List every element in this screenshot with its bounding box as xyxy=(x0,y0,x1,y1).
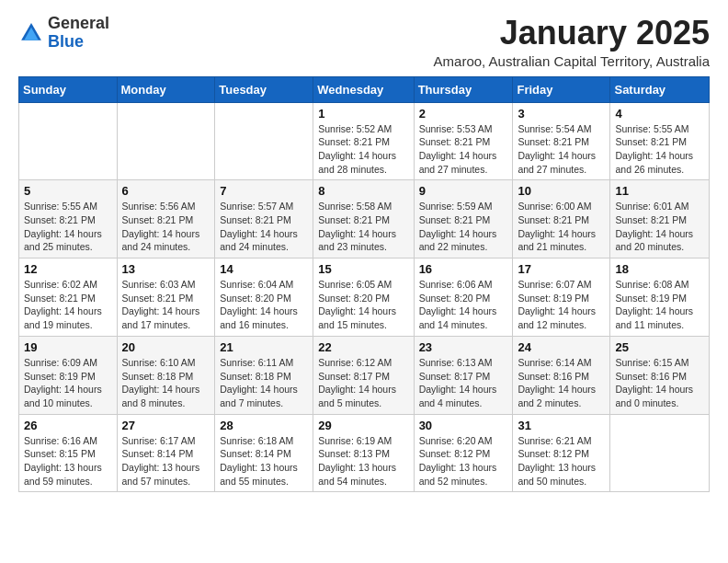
calendar-cell: 29Sunrise: 6:19 AM Sunset: 8:13 PM Dayli… xyxy=(313,414,414,492)
day-number: 29 xyxy=(318,419,408,432)
day-info: Sunrise: 5:55 AM Sunset: 8:21 PM Dayligh… xyxy=(615,122,704,177)
calendar-cell: 17Sunrise: 6:07 AM Sunset: 8:19 PM Dayli… xyxy=(513,259,610,337)
page: General Blue January 2025 Amaroo, Austra… xyxy=(0,0,728,501)
day-number: 27 xyxy=(122,419,210,432)
day-number: 3 xyxy=(518,107,605,121)
calendar-cell: 3Sunrise: 5:54 AM Sunset: 8:21 PM Daylig… xyxy=(513,102,610,180)
logo-icon xyxy=(18,20,44,46)
calendar-cell: 16Sunrise: 6:06 AM Sunset: 8:20 PM Dayli… xyxy=(414,259,513,337)
day-number: 14 xyxy=(220,262,308,276)
week-row-1: 1Sunrise: 5:52 AM Sunset: 8:21 PM Daylig… xyxy=(19,102,710,180)
title-block: January 2025 Amaroo, Australian Capital … xyxy=(434,15,710,69)
calendar-cell: 24Sunrise: 6:14 AM Sunset: 8:16 PM Dayli… xyxy=(513,336,610,414)
day-info: Sunrise: 6:07 AM Sunset: 8:19 PM Dayligh… xyxy=(518,278,605,332)
weekday-sunday: Sunday xyxy=(19,76,118,102)
calendar-cell: 15Sunrise: 6:05 AM Sunset: 8:20 PM Dayli… xyxy=(313,259,414,337)
day-info: Sunrise: 6:00 AM Sunset: 8:21 PM Dayligh… xyxy=(518,200,605,254)
calendar-cell: 21Sunrise: 6:11 AM Sunset: 8:18 PM Dayli… xyxy=(215,336,313,414)
day-info: Sunrise: 6:19 AM Sunset: 8:13 PM Dayligh… xyxy=(318,434,408,488)
week-row-5: 26Sunrise: 6:16 AM Sunset: 8:15 PM Dayli… xyxy=(19,414,710,492)
day-number: 4 xyxy=(615,107,704,121)
calendar-cell: 2Sunrise: 5:53 AM Sunset: 8:21 PM Daylig… xyxy=(414,102,513,180)
calendar-cell: 31Sunrise: 6:21 AM Sunset: 8:12 PM Dayli… xyxy=(513,414,610,492)
weekday-friday: Friday xyxy=(513,76,610,102)
day-info: Sunrise: 6:09 AM Sunset: 8:19 PM Dayligh… xyxy=(24,356,112,410)
day-info: Sunrise: 5:58 AM Sunset: 8:21 PM Dayligh… xyxy=(318,200,408,254)
weekday-tuesday: Tuesday xyxy=(215,76,313,102)
calendar-cell: 1Sunrise: 5:52 AM Sunset: 8:21 PM Daylig… xyxy=(313,102,414,180)
calendar-cell: 30Sunrise: 6:20 AM Sunset: 8:12 PM Dayli… xyxy=(414,414,513,492)
day-info: Sunrise: 5:53 AM Sunset: 8:21 PM Dayligh… xyxy=(419,122,508,177)
calendar-cell: 19Sunrise: 6:09 AM Sunset: 8:19 PM Dayli… xyxy=(19,336,118,414)
day-info: Sunrise: 6:21 AM Sunset: 8:12 PM Dayligh… xyxy=(518,434,605,488)
week-row-3: 12Sunrise: 6:02 AM Sunset: 8:21 PM Dayli… xyxy=(19,259,710,337)
weekday-saturday: Saturday xyxy=(610,76,710,102)
calendar-cell: 25Sunrise: 6:15 AM Sunset: 8:16 PM Dayli… xyxy=(610,336,710,414)
day-info: Sunrise: 5:59 AM Sunset: 8:21 PM Dayligh… xyxy=(419,200,508,254)
weekday-monday: Monday xyxy=(117,76,215,102)
subtitle: Amaroo, Australian Capital Territory, Au… xyxy=(434,53,710,69)
day-info: Sunrise: 5:55 AM Sunset: 8:21 PM Dayligh… xyxy=(24,200,112,254)
day-number: 7 xyxy=(220,184,308,198)
day-number: 5 xyxy=(24,184,112,198)
day-number: 28 xyxy=(220,419,308,432)
month-title: January 2025 xyxy=(434,15,710,52)
day-info: Sunrise: 5:52 AM Sunset: 8:21 PM Dayligh… xyxy=(318,122,408,177)
calendar-cell: 18Sunrise: 6:08 AM Sunset: 8:19 PM Dayli… xyxy=(610,259,710,337)
day-info: Sunrise: 6:12 AM Sunset: 8:17 PM Dayligh… xyxy=(318,356,408,410)
day-number: 8 xyxy=(318,184,408,198)
day-number: 24 xyxy=(518,340,605,354)
calendar-cell: 12Sunrise: 6:02 AM Sunset: 8:21 PM Dayli… xyxy=(19,259,118,337)
day-info: Sunrise: 6:20 AM Sunset: 8:12 PM Dayligh… xyxy=(419,434,508,488)
day-info: Sunrise: 6:04 AM Sunset: 8:20 PM Dayligh… xyxy=(220,278,308,332)
calendar-cell: 9Sunrise: 5:59 AM Sunset: 8:21 PM Daylig… xyxy=(414,180,513,259)
calendar-cell: 26Sunrise: 6:16 AM Sunset: 8:15 PM Dayli… xyxy=(19,414,118,492)
calendar-cell xyxy=(117,102,215,180)
calendar-cell: 4Sunrise: 5:55 AM Sunset: 8:21 PM Daylig… xyxy=(610,102,710,180)
calendar-cell: 8Sunrise: 5:58 AM Sunset: 8:21 PM Daylig… xyxy=(313,180,414,259)
day-info: Sunrise: 6:10 AM Sunset: 8:18 PM Dayligh… xyxy=(122,356,210,410)
calendar-cell: 5Sunrise: 5:55 AM Sunset: 8:21 PM Daylig… xyxy=(19,180,118,259)
day-number: 20 xyxy=(122,340,210,354)
day-number: 23 xyxy=(419,340,508,354)
day-number: 31 xyxy=(518,419,605,432)
day-number: 21 xyxy=(220,340,308,354)
calendar-cell: 11Sunrise: 6:01 AM Sunset: 8:21 PM Dayli… xyxy=(610,180,710,259)
day-number: 25 xyxy=(615,340,704,354)
day-info: Sunrise: 6:01 AM Sunset: 8:21 PM Dayligh… xyxy=(615,200,704,254)
calendar-header: SundayMondayTuesdayWednesdayThursdayFrid… xyxy=(19,76,710,102)
calendar-cell: 20Sunrise: 6:10 AM Sunset: 8:18 PM Dayli… xyxy=(117,336,215,414)
header: General Blue January 2025 Amaroo, Austra… xyxy=(18,15,710,69)
day-info: Sunrise: 6:06 AM Sunset: 8:20 PM Dayligh… xyxy=(419,278,508,332)
day-info: Sunrise: 6:08 AM Sunset: 8:19 PM Dayligh… xyxy=(615,278,704,332)
logo: General Blue xyxy=(18,15,109,52)
calendar-cell: 14Sunrise: 6:04 AM Sunset: 8:20 PM Dayli… xyxy=(215,259,313,337)
day-number: 10 xyxy=(518,184,605,198)
calendar-cell: 23Sunrise: 6:13 AM Sunset: 8:17 PM Dayli… xyxy=(414,336,513,414)
day-info: Sunrise: 6:16 AM Sunset: 8:15 PM Dayligh… xyxy=(24,434,112,488)
day-info: Sunrise: 5:57 AM Sunset: 8:21 PM Dayligh… xyxy=(220,200,308,254)
day-info: Sunrise: 6:05 AM Sunset: 8:20 PM Dayligh… xyxy=(318,278,408,332)
day-number: 22 xyxy=(318,340,408,354)
day-number: 18 xyxy=(615,262,704,276)
calendar-cell: 6Sunrise: 5:56 AM Sunset: 8:21 PM Daylig… xyxy=(117,180,215,259)
calendar-cell xyxy=(19,102,118,180)
day-number: 17 xyxy=(518,262,605,276)
day-number: 9 xyxy=(419,184,508,198)
weekday-thursday: Thursday xyxy=(414,76,513,102)
calendar-table: SundayMondayTuesdayWednesdayThursdayFrid… xyxy=(18,76,710,493)
day-number: 2 xyxy=(419,107,508,121)
weekday-row: SundayMondayTuesdayWednesdayThursdayFrid… xyxy=(19,76,710,102)
day-info: Sunrise: 6:18 AM Sunset: 8:14 PM Dayligh… xyxy=(220,434,308,488)
day-info: Sunrise: 6:17 AM Sunset: 8:14 PM Dayligh… xyxy=(122,434,210,488)
logo-general: General xyxy=(48,14,109,32)
weekday-wednesday: Wednesday xyxy=(313,76,414,102)
day-number: 30 xyxy=(419,419,508,432)
calendar-cell: 22Sunrise: 6:12 AM Sunset: 8:17 PM Dayli… xyxy=(313,336,414,414)
calendar-cell xyxy=(215,102,313,180)
day-number: 6 xyxy=(122,184,210,198)
calendar-cell: 28Sunrise: 6:18 AM Sunset: 8:14 PM Dayli… xyxy=(215,414,313,492)
day-number: 19 xyxy=(24,340,112,354)
calendar-cell xyxy=(610,414,710,492)
logo-text: General Blue xyxy=(48,15,109,52)
